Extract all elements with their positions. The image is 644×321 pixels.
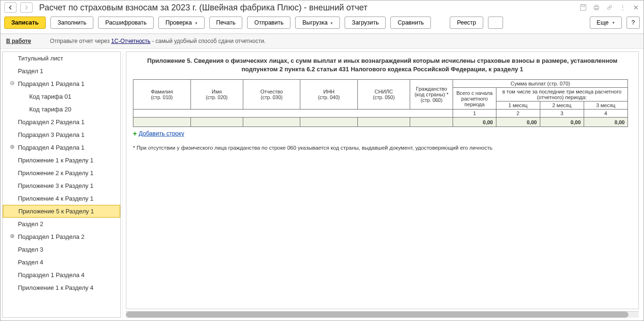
window-title: Расчет по страховым взносам за 2023 г. (… — [36, 3, 576, 13]
tree-node-label: Подраздел 1 Раздела 4 — [18, 271, 84, 279]
close-icon[interactable]: ✕ — [632, 4, 640, 11]
tree-node[interactable]: Раздел 3 — [3, 243, 120, 256]
plus-icon: + — [133, 130, 137, 137]
back-button[interactable] — [4, 2, 17, 13]
expander-icon[interactable]: ⊖ — [9, 80, 15, 86]
expander-icon[interactable]: ⊕ — [9, 233, 15, 239]
tree-node[interactable]: Раздел 4 — [3, 256, 120, 269]
tree-node-label: Код тарифа 20 — [29, 106, 71, 113]
section-tree[interactable]: Титульный листРаздел 1⊖Подраздел 1 Разде… — [2, 51, 121, 318]
tree-node[interactable]: Приложение 4 к Разделу 1 — [3, 192, 120, 205]
horizontal-scrollbar[interactable] — [126, 311, 639, 318]
save-icon[interactable] — [579, 4, 587, 11]
tree-node[interactable]: ⊕Подраздел 1 Раздела 2 — [3, 230, 120, 243]
print-button[interactable]: Печать — [209, 17, 243, 29]
fill-button[interactable]: Заполнить — [50, 17, 93, 29]
check-button[interactable]: Проверка — [158, 17, 205, 29]
forward-button[interactable] — [20, 2, 33, 13]
tree-node[interactable]: Подраздел 1 Раздела 4 — [3, 269, 120, 281]
tree-node-label: Приложение 2 к Разделу 1 — [18, 169, 93, 177]
tree-node-label: Подраздел 2 Раздела 1 — [18, 118, 84, 126]
tree-node[interactable]: ⊕Подраздел 4 Раздела 1 — [3, 141, 120, 154]
tree-node[interactable]: Приложение 3 к Разделу 1 — [3, 179, 120, 192]
send-button[interactable]: Отправить — [247, 17, 290, 29]
link-icon[interactable] — [606, 4, 613, 11]
tree-node-label: Подраздел 3 Раздела 1 — [18, 131, 84, 138]
tree-node-label: Раздел 4 — [18, 259, 43, 266]
tree-node[interactable]: Титульный лист — [3, 52, 120, 65]
tree-node-label: Приложение 4 к Разделу 1 — [18, 195, 93, 202]
tree-node-label: Код тарифа 01 — [29, 93, 71, 100]
tree-node-label: Приложение 1 к Разделу 4 — [18, 284, 93, 291]
svg-rect-1 — [582, 5, 585, 7]
registry-button[interactable]: Реестр — [450, 17, 483, 29]
tree-node[interactable]: Приложение 1 к Разделу 1 — [3, 154, 120, 167]
decode-button[interactable]: Расшифровать — [98, 17, 154, 29]
tree-node-label: Подраздел 4 Раздела 1 — [18, 144, 84, 151]
kebab-icon[interactable]: ⋮ — [619, 4, 627, 11]
tree-node-label: Подраздел 1 Раздела 1 — [18, 80, 84, 87]
tree-node-label: Раздел 2 — [18, 220, 43, 228]
add-row-link[interactable]: Добавить строку — [139, 130, 184, 137]
tree-node[interactable]: Подраздел 3 Раздела 1 — [3, 128, 120, 141]
save-button[interactable]: Записать — [4, 17, 46, 29]
tree-node-label: Приложение 3 к Разделу 1 — [18, 182, 93, 189]
status-message: Отправьте отчет через 1С-Отчетность - са… — [50, 38, 265, 44]
tree-node[interactable]: ⊖Подраздел 1 Раздела 1 — [3, 77, 120, 90]
svg-rect-3 — [595, 5, 598, 7]
more-button[interactable]: Еще — [590, 17, 622, 29]
tree-node[interactable]: Раздел 2 — [3, 218, 120, 230]
tree-node-label: Титульный лист — [18, 55, 63, 62]
tree-node[interactable]: Код тарифа 01 — [3, 90, 120, 103]
compare-button[interactable]: Сравнить — [390, 17, 431, 29]
tree-node-label: Подраздел 1 Раздела 2 — [18, 233, 84, 240]
tree-node-label: Приложение 1 к Разделу 1 — [18, 157, 93, 164]
tree-node[interactable]: Приложение 1 к Разделу 4 — [3, 281, 120, 294]
persons-table: Фамилия(стр. 010) Имя(стр. 020) Отчество… — [133, 79, 628, 127]
print-icon[interactable] — [593, 4, 600, 11]
svg-point-5 — [608, 8, 610, 10]
sheet-title: Приложение 5. Сведения о физических лица… — [133, 57, 632, 74]
tree-node[interactable]: Раздел 1 — [3, 65, 120, 77]
tree-node-label: Приложение 5 к Разделу 1 — [18, 208, 94, 215]
expander-icon[interactable]: ⊕ — [9, 144, 15, 150]
tree-node[interactable]: Подраздел 2 Раздела 1 — [3, 116, 120, 128]
attach-button[interactable] — [488, 17, 503, 29]
load-button[interactable]: Загрузить — [345, 17, 386, 29]
tree-node-label: Раздел 1 — [18, 68, 43, 75]
reporting-link[interactable]: 1С-Отчетность — [111, 38, 150, 44]
status-state[interactable]: В работе — [6, 38, 31, 44]
footnote: * При отсутствии у физического лица граж… — [133, 145, 632, 151]
table-row[interactable]: 0,00 0,00 0,00 0,00 — [133, 118, 628, 127]
svg-point-6 — [610, 6, 612, 8]
tree-node[interactable]: Приложение 5 к Разделу 1 — [3, 205, 120, 218]
tree-node-label: Раздел 3 — [18, 246, 43, 253]
tree-node[interactable]: Приложение 2 к Разделу 1 — [3, 167, 120, 179]
tree-node[interactable]: Код тарифа 20 — [3, 103, 120, 116]
export-button[interactable]: Выгрузка — [295, 17, 340, 29]
help-button[interactable]: ? — [627, 17, 640, 29]
svg-rect-0 — [580, 5, 586, 10]
